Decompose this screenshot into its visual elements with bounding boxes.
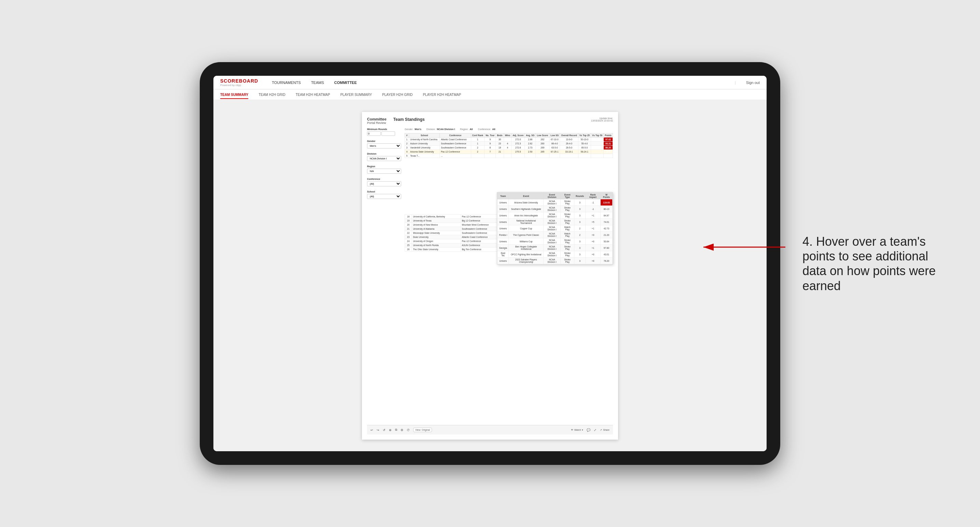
main-table-area: Gender: Men's Division: NCAA Division I … [405,128,613,425]
filter-conference-display: Conference: All [478,128,495,130]
watch-button[interactable]: 👁 Watch ▾ [571,429,584,432]
col-header-low-score: Low Score [536,133,549,138]
tab-player-h2h-heatmap[interactable]: PLAYER H2H HEATMAP [423,91,461,99]
filter-sidebar: Minimum Rounds Gender Men's [367,128,401,425]
tooltip-row: Univers Southern Highlands Collegiate NC… [498,206,612,212]
zoom-icon[interactable]: ⊕ [389,429,392,432]
tab-player-h2h-grid[interactable]: PLAYER H2H GRID [382,91,412,99]
nav-tournaments[interactable]: TOURNAMENTS [272,79,301,86]
tab-team-h2h-grid[interactable]: TEAM H2H GRID [258,91,285,99]
top-nav: SCOREBOARD Powered by clipp TOURNAMENTS … [213,76,767,89]
share-icon: ↗ [600,429,602,432]
col-header-vs50: Vs Top 50 [591,133,603,138]
report-container: Committee Portal Review Team Standings U… [213,100,767,451]
tooltip-row: Georgia Ben Hogan Collegiate Invitationa… [498,245,612,251]
division-select[interactable]: NCAA Division I [367,156,401,161]
main-content: Committee Portal Review Team Standings U… [213,100,767,451]
table-row: 2 Auburn University Southeastern Confere… [405,142,613,146]
col-header-school: School [409,133,440,138]
tooltip-row: Univers Amer Arc Intercollegiate NCAA Di… [498,212,612,219]
nav-items: TOURNAMENTS TEAMS COMMITTEE [272,79,725,86]
filter-gender: Gender Men's [367,140,401,148]
points-cell-3[interactable]: 88.20 [604,146,613,150]
annotation-text: 4. Hover over a team's points to see add… [802,234,939,293]
logo-area: SCOREBOARD Powered by clipp [220,78,258,87]
col-header-bnds: Bnds [496,133,504,138]
tab-team-h2h-heatmap[interactable]: TEAM H2H HEATMAP [296,91,330,99]
tooltip-table-inner: Team Event Event Division Event Type Rou… [497,192,612,264]
logo-text: SCOREBOARD [220,78,258,84]
gender-select[interactable]: Men's [367,143,401,148]
points-tooltip: Team Event Event Division Event Type Rou… [497,192,613,265]
report-header: Committee Portal Review Team Standings U… [367,117,613,125]
undo-icon[interactable]: ↩ [371,429,373,432]
expand-icon[interactable]: ⤢ [594,429,597,432]
refresh-icon[interactable]: ↺ [383,429,385,432]
bottom-toolbar: ↩ ↪ ↺ ⊕ ⧉ ⚙ ⏱ View: Original 👁 Watch ▾ [367,425,613,435]
col-header-avg-sg: Avg. SG [525,133,536,138]
tooltip-row: Univers 2023 Sahalee Players Championshi… [498,258,612,264]
comment-icon[interactable]: 💬 [587,429,590,432]
filter-display-row: Gender: Men's Division: NCAA Division I … [405,128,613,130]
tooltip-row: East Tec OFCC Fighting Illini Invitation… [498,251,612,258]
filter-region-display: Region: All [460,128,473,130]
min-rounds-min[interactable] [367,132,381,136]
tab-team-summary[interactable]: TEAM SUMMARY [220,91,248,99]
report-title: Committee [367,117,387,121]
col-header-low-sg: Low SG [549,133,560,138]
report-body: Minimum Rounds Gender Men's [367,128,613,425]
table-row: 3 Vanderbilt University Southeastern Con… [405,146,613,150]
tooltip-row: Univers Arizona State University NCAA Di… [498,199,612,206]
filter-conference: Conference (All) [367,178,401,186]
tablet-screen: SCOREBOARD Powered by clipp TOURNAMENTS … [213,76,767,451]
table-row: 5 Texas T... ... [405,154,613,158]
report-update: Update time: 13/03/2024 10:03:42 [591,117,613,125]
conference-select[interactable]: (All) [367,181,401,186]
col-header-adj-score: Adj. Score [512,133,525,138]
sign-out-link[interactable]: Sign out [746,81,760,85]
report-page: Committee Portal Review Team Standings U… [362,112,618,440]
settings-icon[interactable]: ⚙ [401,429,403,432]
tab-player-summary[interactable]: PLAYER SUMMARY [340,91,372,99]
redo-icon[interactable]: ↪ [377,429,379,432]
table-row-hovered: 4 Arizona State University Pac-12 Confer… [405,150,613,154]
col-header-overall: Overall Record [560,133,578,138]
standings-title: Team Standings [393,117,591,122]
tooltip-row: Univers Copper Cup NCAA Division I Match… [498,225,612,232]
col-header-no-tour: No. Tour [485,133,496,138]
table-header-row: # School Conference Conf Rank No. Tour B… [405,133,613,138]
share-button[interactable]: ↗ Share [600,429,609,432]
filter-division: Division NCAA Division I [367,152,401,161]
nav-committee[interactable]: COMMITTEE [334,79,357,86]
min-rounds-max[interactable] [382,132,395,136]
filter-min-rounds: Minimum Rounds [367,128,401,136]
logo-sub: Powered by clipp [220,84,258,87]
report-title-section: Committee Portal Review [367,117,387,125]
clock-icon[interactable]: ⏱ [407,429,410,432]
col-header-points: Points [604,133,613,138]
copy-icon[interactable]: ⧉ [395,428,397,432]
region-select[interactable]: N/A [367,168,401,174]
view-original-button[interactable]: View: Original [413,428,432,432]
school-select[interactable]: (All) [367,194,401,199]
tablet-device: SCOREBOARD Powered by clipp TOURNAMENTS … [200,62,780,465]
nav-divider: | [735,81,736,85]
points-cell-2[interactable]: 93.31 [604,142,613,146]
report-subtitle: Portal Review [367,121,387,125]
filter-region: Region N/A [367,165,401,174]
points-cell-4-highlighted[interactable]: 79.5 [604,150,613,154]
filter-gender-display: Gender: Men's [405,128,422,130]
filter-division-display: Division: NCAA Division I [426,128,455,130]
points-cell-1[interactable]: 97.02 [604,138,613,142]
filter-school: School (All) [367,190,401,199]
nav-teams[interactable]: TEAMS [311,79,324,86]
tooltip-header-row: Team Event Event Division Event Type Rou… [498,193,612,199]
tooltip-row: Univers National Invitational Tournament… [498,219,612,225]
col-header-rank: # [405,133,409,138]
col-header-conference: Conference [440,133,471,138]
standings-table: # School Conference Conf Rank No. Tour B… [405,133,613,158]
table-row: 1 University of North Carolina Atlantic … [405,138,613,142]
eye-icon: 👁 [571,429,573,431]
col-header-wins: Wins [504,133,511,138]
chevron-down-icon: ▾ [582,429,583,432]
